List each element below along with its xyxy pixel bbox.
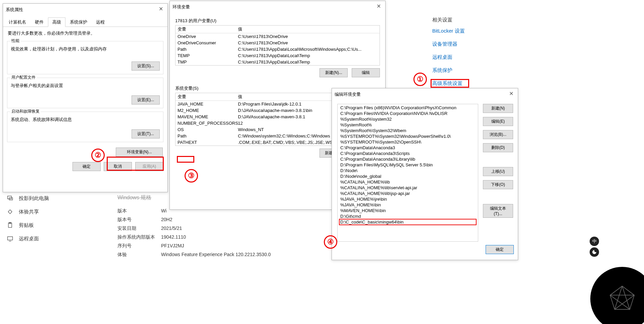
list-item[interactable]: %SystemRoot%\System32\Wbem <box>338 128 478 133</box>
tab-3[interactable]: 系统保护 <box>65 17 92 27</box>
list-item[interactable]: C:\ProgramData\Anaconda3\Scripts <box>338 151 478 156</box>
list-item[interactable]: %CATALINA_HOME%\lib\jsp-api.jar <box>338 191 478 196</box>
movedown-button[interactable]: 下移(O) <box>483 180 513 189</box>
list-item[interactable]: %MAVEN_HOME%\bin <box>338 208 478 213</box>
list-item[interactable]: D:\Node\ <box>338 168 478 173</box>
group-label: 用户配置文件 <box>10 75 37 80</box>
link-bitlocker[interactable]: BitLocker 设置 <box>432 28 465 34</box>
spec-row: 操作系统内部版本19042.1110 <box>117 233 271 242</box>
close-icon[interactable] <box>507 90 515 98</box>
nav-label: 剪贴板 <box>19 222 34 229</box>
settings-button-e[interactable]: 设置(E)... <box>132 95 160 105</box>
dialog-title: 系统属性 <box>6 7 23 13</box>
user-vars-table[interactable]: 变量值 OneDriveC:\Users\17813\OneDriveOneDr… <box>175 25 380 66</box>
list-item[interactable]: D:\Program Files\MySQL\MySQL Server 5.5\… <box>338 162 478 168</box>
annotation-box-1 <box>431 79 469 88</box>
list-item[interactable]: C:\Program Files\NVIDIA Corporation\NVID… <box>338 111 478 116</box>
tab-4[interactable]: 远程 <box>92 17 109 27</box>
moveup-button[interactable]: 上移(U) <box>483 167 513 176</box>
edit-user-button[interactable]: 编辑 <box>352 68 380 77</box>
windows-spec-header: Windows 规格 <box>117 194 151 201</box>
group-performance: 性能 视觉效果，处理器计划，内存使用，以及虚拟内存 设置(S)... <box>7 41 163 74</box>
list-item[interactable]: %CATALINA_HOME%\lib\servlet-api.jar <box>338 185 478 191</box>
tab-2[interactable]: 高级 <box>48 17 65 27</box>
annotation-4: ④ <box>324 235 337 249</box>
list-item[interactable]: %SystemRoot% <box>338 122 478 128</box>
ok-button[interactable]: 确定 <box>486 245 514 254</box>
remote-icon <box>7 235 13 242</box>
nav-share[interactable]: 体验共享 <box>0 205 114 218</box>
clipboard-icon <box>7 222 13 229</box>
list-item[interactable]: D:\C_code\C_basic\mingw64\bin <box>338 219 478 225</box>
dialog-title: 编辑环境变量 <box>335 91 361 97</box>
svg-rect-0 <box>8 196 12 199</box>
list-item[interactable]: %SYSTEMROOT%\System32\OpenSSH\ <box>338 139 478 145</box>
new-button[interactable]: 新建(N) <box>483 104 513 113</box>
nav-clipboard[interactable]: 剪贴板 <box>0 218 114 232</box>
link-sysprotect[interactable]: 系统保护 <box>432 67 465 74</box>
group-label: 性能 <box>10 38 21 44</box>
list-item[interactable]: C:\ProgramData\Anaconda3 <box>338 145 478 151</box>
col-header-val: 值 <box>238 26 378 32</box>
ok-button[interactable]: 确定 <box>72 162 101 171</box>
list-item[interactable]: D:\Node\node_global <box>338 173 478 179</box>
settings-button-t[interactable]: 设置(T)... <box>132 129 160 138</box>
list-item[interactable]: C:\ProgramData\Anaconda3\Library\lib <box>338 156 478 162</box>
list-item[interactable]: %JAVA_HOME%\bin <box>338 202 478 208</box>
list-item[interactable]: %JAVA_HOME%\jre\bin <box>338 196 478 202</box>
group-desc: 系统启动、系统故障和调试信息 <box>11 115 160 127</box>
envvar-button[interactable]: 环境变量(N)... <box>116 148 163 157</box>
link-remote[interactable]: 远程桌面 <box>432 54 465 60</box>
close-icon[interactable] <box>375 3 383 11</box>
share-icon <box>7 208 13 215</box>
list-item[interactable]: %CATALINA_HOME%\lib <box>338 179 478 185</box>
nav-remote[interactable]: 远程桌面 <box>0 232 114 245</box>
settings-nav: 投影到此电脑 体验共享 剪贴板 远程桌面 <box>0 192 114 245</box>
settings-button-s[interactable]: 设置(S)... <box>132 62 160 71</box>
project-icon <box>7 195 13 202</box>
theme-indicator[interactable] <box>590 247 599 257</box>
annotation-3: ③ <box>185 169 198 183</box>
table-row[interactable]: OneDriveConsumerC:\Users\17813\OneDrive <box>176 40 380 46</box>
nav-project[interactable]: 投影到此电脑 <box>0 192 114 205</box>
new-user-button[interactable]: 新建(N)... <box>319 68 348 77</box>
edit-button[interactable]: 编辑(E) <box>483 117 513 126</box>
ime-indicator[interactable]: 中 <box>590 237 599 246</box>
dialog-title: 环境变量 <box>172 4 190 10</box>
browse-button[interactable]: 浏览(B)... <box>483 130 513 139</box>
spec-row: 序列号PF1VJ2MJ <box>117 242 271 250</box>
annotation-2: ② <box>91 149 105 162</box>
annotation-box-3 <box>177 156 194 163</box>
annotation-1: ① <box>413 73 427 86</box>
path-list[interactable]: C:\Program Files (x86)\NVIDIA Corporatio… <box>337 104 478 242</box>
tab-0[interactable]: 计算机名 <box>4 17 31 27</box>
close-icon[interactable] <box>157 6 165 14</box>
table-row[interactable]: PathC:\Users\17813\AppData\Local\Microso… <box>176 46 380 52</box>
user-vars-label: 17813 的用户变量(U) <box>175 16 380 24</box>
windows-spec: 版本Wi版本号20H2安装日期2021/5/21操作系统内部版本19042.11… <box>117 207 271 259</box>
nav-label: 体验共享 <box>19 209 39 215</box>
list-item[interactable]: C:\Program Files (x86)\NVIDIA Corporatio… <box>338 105 478 111</box>
group-userprofile: 用户配置文件 与登录帐户相关的桌面设置 设置(E)... <box>7 78 163 108</box>
list-item[interactable]: %SystemRoot%\system32 <box>338 116 478 122</box>
table-row[interactable]: TEMPC:\Users\17813\AppData\Local\Temp <box>176 52 380 59</box>
table-row[interactable]: TMPC:\Users\17813\AppData\Local\Temp <box>176 59 380 65</box>
list-item[interactable]: D:\Git\cmd <box>338 213 478 219</box>
group-desc: 与登录帐户相关的桌面设置 <box>11 81 160 93</box>
edit-path-dialog: 编辑环境变量 C:\Program Files (x86)\NVIDIA Cor… <box>332 88 518 260</box>
csdn-avatar <box>590 267 644 324</box>
nav-label: 投影到此电脑 <box>19 195 49 202</box>
related-header: 相关设置 <box>432 17 465 23</box>
table-row[interactable]: OneDriveC:\Users\17813\OneDrive <box>176 33 380 40</box>
spec-row: 体验Windows Feature Experience Pack 120.22… <box>117 250 271 259</box>
spec-row: 安装日期2021/5/21 <box>117 224 271 233</box>
admin-notice: 要进行大多数更改，你必须作为管理员登录。 <box>3 27 167 38</box>
list-item[interactable]: %SYSTEMROOT%\System32\WindowsPowerShell\… <box>338 133 478 139</box>
delete-button[interactable]: 删除(D) <box>483 143 513 152</box>
group-desc: 视觉效果，处理器计划，内存使用，以及虚拟内存 <box>11 44 160 59</box>
link-devmgr[interactable]: 设备管理器 <box>432 41 465 47</box>
tab-1[interactable]: 硬件 <box>31 17 48 27</box>
col-header-var: 变量 <box>178 94 238 100</box>
edittext-button[interactable]: 编辑文本(T)... <box>483 204 513 218</box>
annotation-box-2 <box>107 157 164 171</box>
